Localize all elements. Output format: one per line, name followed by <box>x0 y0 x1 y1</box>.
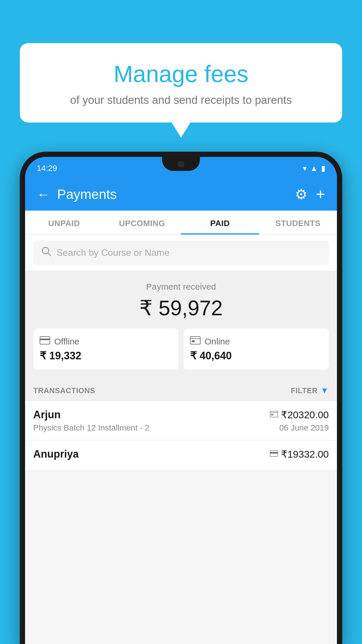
online-label: Online <box>205 337 230 346</box>
add-icon[interactable]: + <box>316 186 325 202</box>
payment-received-label: Payment received <box>33 282 329 292</box>
svg-rect-11 <box>270 452 278 454</box>
header-right: ⚙ + <box>295 186 325 202</box>
offline-icon <box>40 336 50 347</box>
payment-total: ₹ 59,972 <box>33 296 329 320</box>
payment-cards: Offline ₹ 19,332 Online <box>33 328 329 370</box>
offline-card-header: Offline <box>40 336 172 347</box>
transaction-date: 06 June 2019 <box>279 423 329 433</box>
speech-bubble-subtitle: of your students and send receipts to pa… <box>34 94 328 106</box>
transaction-row-top: Anupriya ₹19332.00 <box>33 448 329 460</box>
offline-label: Offline <box>54 337 79 346</box>
search-icon <box>41 246 51 259</box>
settings-icon[interactable]: ⚙ <box>295 186 307 202</box>
tab-unpaid[interactable]: UNPAID <box>25 211 103 235</box>
svg-rect-2 <box>40 337 50 344</box>
transaction-row[interactable]: Anupriya ₹19332.00 <box>25 440 337 470</box>
page-title: Payments <box>57 186 117 202</box>
status-icons: ▾ ▲ ▮ <box>303 164 325 173</box>
online-card: Online ₹ 40,640 <box>184 328 329 370</box>
svg-rect-3 <box>40 339 50 340</box>
transaction-amount: ₹19332.00 <box>281 448 329 460</box>
svg-rect-6 <box>192 340 195 342</box>
wifi-icon: ▾ <box>303 164 307 173</box>
speech-bubble: Manage fees of your students and send re… <box>20 43 342 123</box>
transaction-type-icon <box>270 410 278 419</box>
filter-button[interactable]: FILTER ▼ <box>291 386 329 395</box>
header-left: ← Payments <box>37 186 117 202</box>
svg-line-1 <box>48 253 51 256</box>
transaction-row-top: Arjun ₹20320.00 <box>33 409 329 421</box>
search-placeholder: Search by Course or Name <box>57 247 170 258</box>
phone-frame: 14:29 ▾ ▲ ▮ ← Payments ⚙ + UNPAID U <box>20 152 342 644</box>
speech-bubble-title: Manage fees <box>34 61 328 88</box>
status-time: 14:29 <box>37 164 57 173</box>
status-bar: 14:29 ▾ ▲ ▮ <box>25 157 337 180</box>
battery-icon: ▮ <box>321 164 325 173</box>
phone-notch <box>162 157 200 171</box>
filter-icon: ▼ <box>321 386 329 395</box>
notch-camera <box>178 161 184 167</box>
offline-card: Offline ₹ 19,332 <box>33 328 178 370</box>
transaction-amount: ₹20320.00 <box>281 409 329 421</box>
transaction-course: Physics Batch 12 Installment - 2 <box>33 423 149 433</box>
transaction-row-bottom: Physics Batch 12 Installment - 2 06 June… <box>33 423 329 433</box>
signal-icon: ▲ <box>310 164 318 173</box>
phone-inner: 14:29 ▾ ▲ ▮ ← Payments ⚙ + UNPAID U <box>25 157 337 644</box>
app-header: ← Payments ⚙ + <box>25 180 337 211</box>
search-container: Search by Course or Name <box>25 235 337 271</box>
tab-students[interactable]: STUDENTS <box>259 211 337 235</box>
back-button[interactable]: ← <box>37 188 50 201</box>
transactions-header: TRANSACTIONS FILTER ▼ <box>25 379 337 401</box>
tab-paid[interactable]: PAID <box>181 211 259 235</box>
svg-rect-7 <box>270 411 278 417</box>
online-icon <box>190 336 201 347</box>
tab-upcoming[interactable]: UPCOMING <box>103 211 181 235</box>
payment-summary: Payment received ₹ 59,972 Offline ₹ 19,3… <box>25 271 337 379</box>
transaction-name: Anupriya <box>33 448 79 460</box>
search-bar[interactable]: Search by Course or Name <box>33 241 329 265</box>
transaction-amount-wrapper: ₹20320.00 <box>270 409 329 421</box>
tabs-bar: UNPAID UPCOMING PAID STUDENTS <box>25 211 337 235</box>
online-card-header: Online <box>190 336 322 347</box>
offline-amount: ₹ 19,332 <box>40 350 172 362</box>
transaction-name: Arjun <box>33 409 61 421</box>
svg-rect-9 <box>271 414 273 415</box>
filter-label: FILTER <box>291 386 318 395</box>
online-amount: ₹ 40,640 <box>190 350 322 362</box>
transactions-label: TRANSACTIONS <box>33 386 95 395</box>
transaction-type-icon-offline <box>270 449 278 459</box>
svg-rect-4 <box>190 337 200 344</box>
transaction-amount-wrapper: ₹19332.00 <box>270 448 329 460</box>
transaction-row[interactable]: Arjun ₹20320.00 Physics Batch 12 Install… <box>25 401 337 440</box>
